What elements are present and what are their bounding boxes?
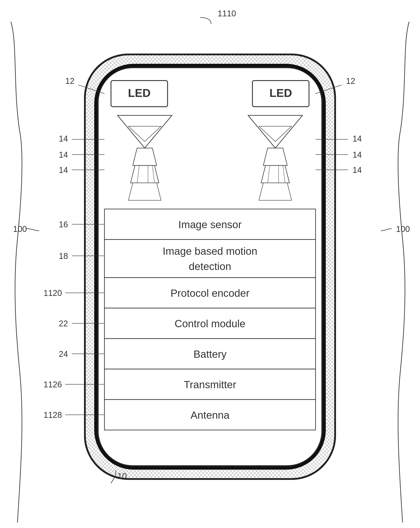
ref-1126-label: 1126 [44,380,62,389]
ref-24-label: 24 [59,349,68,359]
ref-16-label: 16 [59,220,68,229]
lens-barrel2-left [130,166,159,183]
lens-barrel3-left [128,183,161,200]
ref-14-mid-left-label: 14 [59,150,68,159]
lens-barrel-left [133,148,157,166]
ref-14-top-left-label: 14 [59,134,68,143]
body-left-curve [11,22,22,523]
lens-barrel2-right [261,166,290,183]
led-left-label: LED [128,87,151,99]
control-module-text: Control module [175,318,245,329]
motion-detection-text1: Image based motion [163,245,257,257]
ref-12-right-label: 12 [346,76,355,85]
ref-18-label: 18 [59,252,68,261]
led-right-label: LED [269,87,292,99]
protocol-encoder-text: Protocol encoder [171,288,250,299]
antenna-text: Antenna [191,409,230,421]
ref-14-bot-right-label: 14 [352,166,362,175]
ref-100-right-label: 100 [396,225,410,234]
ref-100-right-line [381,229,392,231]
ref-10-label: 10 [117,472,127,481]
ref-14-top-right-label: 14 [352,134,362,143]
ref-1128-label: 1128 [44,410,62,420]
ref-1120-label: 1120 [44,288,62,298]
image-sensor-text: Image sensor [178,219,242,230]
ref-100-left-line [26,229,39,231]
ref-14-bot-left-label: 14 [59,166,68,175]
body-right-curve [398,22,409,523]
ref-1110-label: 1110 [218,9,236,18]
ref-12-left-label: 12 [65,76,74,85]
motion-detection-text2: detection [189,261,231,272]
diagram-container: 1110 LED LED [0,0,420,528]
ref-14-mid-right-label: 14 [352,150,362,159]
battery-text: Battery [193,348,227,360]
ref-100-left-label: 100 [13,225,27,234]
ref-22-label: 22 [59,319,68,328]
ref-1110-line [200,17,211,24]
lens-barrel3-right [259,183,292,200]
lens-barrel-right [263,148,287,166]
transmitter-text: Transmitter [184,379,236,390]
